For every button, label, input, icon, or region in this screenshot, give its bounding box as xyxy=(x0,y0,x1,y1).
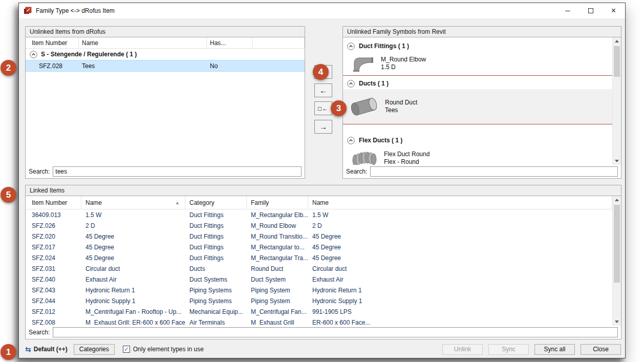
family-symbol-round-elbow[interactable]: M_Round Elbow 1.5 D xyxy=(343,52,612,76)
unlink-button[interactable]: Unlink xyxy=(442,344,483,355)
symbol-family-name: M_Round Elbow xyxy=(381,56,426,63)
cell-name: 45 Degree xyxy=(81,254,185,262)
cell-type-name: 45 Degree xyxy=(308,254,612,262)
cell-category: Duct Fittings xyxy=(185,254,247,262)
profile-icon: ⇆ xyxy=(25,345,31,353)
symbol-family-name: Round Duct xyxy=(385,99,417,107)
column-header-category[interactable]: Category xyxy=(185,196,247,209)
column-header-item-number[interactable]: Item Number xyxy=(26,196,81,209)
box-arrow-left-icon: □← xyxy=(318,105,329,112)
cell-type-name: Exhaust Air xyxy=(308,276,612,283)
linked-items-rows: 36409.013 1.5 W Duct Fittings M_Rectangu… xyxy=(26,209,621,326)
minimize-icon xyxy=(565,11,570,11)
cell-category: Duct Systems xyxy=(185,276,247,283)
table-row[interactable]: SFZ.043 Hydronic Return 1 Piping Systems… xyxy=(26,285,612,295)
cell-type-name: 2 D xyxy=(308,222,612,229)
move-right-button[interactable]: → xyxy=(314,120,332,134)
chevron-up-circle-icon xyxy=(347,42,355,50)
table-row[interactable]: SFZ.008 M_Exhaust Grill: ER-600 x 600 Fa… xyxy=(26,317,612,326)
cell-category: Duct Fittings xyxy=(185,233,247,240)
callout-3: 3 xyxy=(331,100,347,116)
column-header-has[interactable]: Has... xyxy=(207,37,253,48)
column-header-type-name[interactable]: Name xyxy=(308,196,612,209)
title-bar[interactable]: Family Type <-> dRofus Item × xyxy=(19,3,625,18)
drofus-group-row[interactable]: S - Stengende / Regulerende ( 1 ) xyxy=(26,49,305,60)
only-in-use-checkbox[interactable]: ✓ xyxy=(123,346,130,353)
cell-item-number: SFZ.012 xyxy=(26,308,81,315)
close-button[interactable]: × xyxy=(602,3,625,18)
minimize-button[interactable] xyxy=(556,3,579,18)
cell-family: Round Duct xyxy=(247,265,308,272)
linked-search-input[interactable] xyxy=(53,327,618,337)
symbol-type-name: 1.5 D xyxy=(381,63,426,71)
revit-group-flex-ducts[interactable]: Flex Ducts ( 1 ) xyxy=(343,135,612,146)
cell-name: 1.5 W xyxy=(81,211,185,219)
cell-item-number: SFZ.040 xyxy=(26,276,81,283)
column-header-name[interactable]: Name xyxy=(79,37,207,48)
unlinked-revit-list: Duct Fittings ( 1 ) M_Round Elbow 1.5 D xyxy=(343,37,621,165)
cell-family: Piping System xyxy=(247,287,308,294)
family-symbol-flex-duct[interactable]: Flex Duct Round Flex - Round xyxy=(343,146,612,165)
cell-category: Duct Fittings xyxy=(185,244,247,251)
scroll-up-icon[interactable] xyxy=(613,196,621,204)
categories-button[interactable]: Categories xyxy=(74,344,115,355)
cell-name: M_Exhaust Grill: ER-600 x 600 Face... xyxy=(81,319,185,326)
family-type-drofus-dialog: Family Type <-> dRofus Item × Unlinked I… xyxy=(18,3,626,358)
cell-type-name: 1.5 W xyxy=(308,211,612,219)
table-row[interactable]: SFZ.044 Hydronic Supply 1 Piping Systems… xyxy=(26,295,612,306)
move-left-button[interactable]: ← xyxy=(314,83,332,97)
unlinked-drofus-header: Unlinked Items from dRofus xyxy=(26,27,305,37)
table-row[interactable]: SFZ.017 45 Degree Duct Fittings M_Rectan… xyxy=(26,242,612,252)
close-icon: × xyxy=(611,6,616,15)
revit-list-scrollbar[interactable] xyxy=(612,37,621,165)
cell-item-number: SFZ.043 xyxy=(26,287,81,294)
scroll-thumb[interactable] xyxy=(614,205,620,283)
table-row[interactable]: SFZ.020 45 Degree Duct Fittings M_Round … xyxy=(26,231,612,242)
scroll-track[interactable] xyxy=(613,204,621,318)
linked-list-scrollbar[interactable] xyxy=(612,196,621,326)
scroll-down-icon[interactable] xyxy=(613,318,621,326)
maximize-button[interactable] xyxy=(579,3,602,18)
cell-family: M_Centrifugal Fan... xyxy=(247,308,308,315)
link-to-selected-button[interactable]: □← xyxy=(314,101,332,115)
chevron-up-circle-icon xyxy=(30,51,37,58)
cell-name: Circular duct xyxy=(81,265,185,272)
cell-category: Air Terminals xyxy=(185,319,247,326)
revit-group-ducts[interactable]: Ducts ( 1 ) xyxy=(343,78,612,89)
profile-label: Default (++) xyxy=(34,346,68,353)
round-duct-image xyxy=(350,95,379,118)
unlinked-drofus-panel: Unlinked Items from dRofus Item Number N… xyxy=(25,26,305,179)
cell-family: Piping System xyxy=(247,297,308,305)
sort-ascending-icon: ▲ xyxy=(175,200,180,205)
scroll-track[interactable] xyxy=(613,45,621,157)
scroll-down-icon[interactable] xyxy=(613,157,621,165)
revit-search-input[interactable] xyxy=(370,166,618,177)
sync-all-button[interactable]: Sync all xyxy=(534,344,575,355)
drofus-search-input[interactable] xyxy=(53,166,302,177)
family-symbol-round-duct[interactable]: Round Duct Tees xyxy=(343,89,612,124)
table-row[interactable]: SFZ.031 Circular duct Ducts Round Duct C… xyxy=(26,263,612,274)
table-row[interactable]: 36409.013 1.5 W Duct Fittings M_Rectangu… xyxy=(26,209,612,220)
cell-category: Mechanical Equip... xyxy=(185,308,247,315)
column-header-family[interactable]: Family xyxy=(247,196,308,209)
table-row[interactable]: SFZ.026 2 D Duct Fittings M_Round Elbow … xyxy=(26,220,612,231)
cell-family: M_Rectangular Elb... xyxy=(247,211,308,219)
arrow-right-icon: → xyxy=(319,122,327,131)
callout-1: 1 xyxy=(1,344,16,360)
page: Family Type <-> dRofus Item × Unlinked I… xyxy=(0,0,644,362)
sync-button[interactable]: Sync xyxy=(488,344,529,355)
cell-type-name: Hydronic Return 1 xyxy=(308,287,612,294)
table-row[interactable]: SFZ.012 M_Centrifugal Fan - Rooftop - Up… xyxy=(26,306,612,317)
table-row[interactable]: SFZ.024 45 Degree Duct Fittings M_Rectan… xyxy=(26,252,612,263)
cell-name: M_Centrifugal Fan - Rooftop - Up... xyxy=(81,308,185,315)
close-dialog-button[interactable]: Close xyxy=(581,344,621,355)
table-row[interactable]: SFZ.040 Exhaust Air Duct Systems Duct Sy… xyxy=(26,274,612,285)
round-elbow-image xyxy=(351,55,375,72)
drofus-item-row-selected[interactable]: SFZ.028 Tees No xyxy=(26,60,305,72)
column-header-item-number[interactable]: Item Number xyxy=(26,37,79,48)
scroll-thumb[interactable] xyxy=(614,46,620,77)
revit-group-duct-fittings[interactable]: Duct Fittings ( 1 ) xyxy=(343,40,612,52)
column-header-name-sorted[interactable]: Name ▲ xyxy=(81,196,185,209)
cell-item-number: 36409.013 xyxy=(26,211,81,219)
scroll-up-icon[interactable] xyxy=(613,37,621,45)
